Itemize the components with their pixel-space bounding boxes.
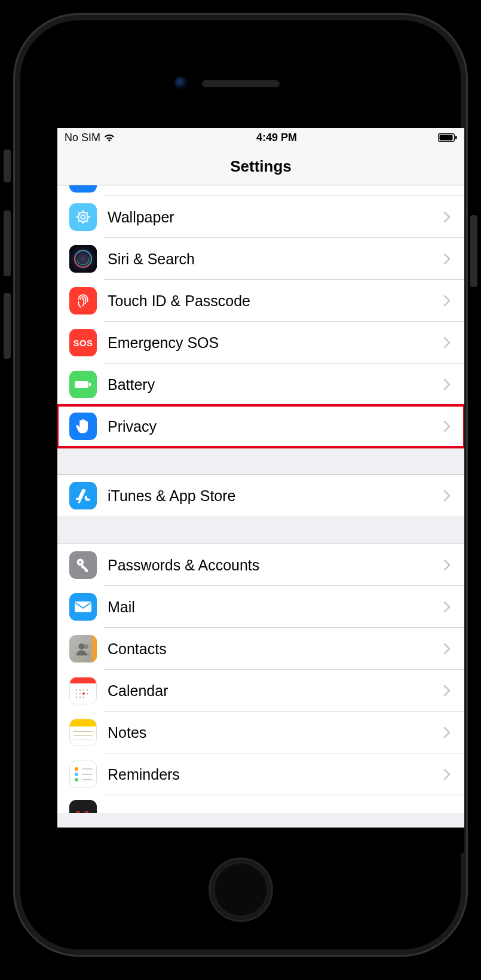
section-gap — [57, 517, 464, 544]
chevron-right-icon — [438, 490, 456, 502]
settings-row-siri[interactable]: Siri & Search — [57, 238, 464, 280]
svg-point-20 — [76, 693, 77, 694]
calendar-label: Calendar — [108, 682, 438, 700]
screen-bottom-mask — [57, 828, 464, 853]
siri-icon — [69, 245, 97, 273]
mute-switch — [4, 149, 11, 182]
settings-row-wallpaper[interactable]: Wallpaper — [57, 196, 464, 238]
clock-label: 4:49 PM — [256, 132, 297, 144]
volume-up-button — [4, 210, 11, 276]
settings-list[interactable]: Wallpaper Siri & Search Touc — [57, 185, 464, 853]
svg-rect-10 — [89, 383, 91, 386]
phone-bezel: No SIM 4:49 PM Settings — [20, 20, 461, 950]
carrier-label: No SIM — [65, 132, 100, 144]
chevron-right-icon — [438, 295, 456, 307]
settings-row-sos[interactable]: SOS Emergency SOS — [57, 322, 464, 364]
settings-row-notes[interactable]: Notes — [57, 712, 464, 753]
chevron-right-icon — [438, 253, 456, 265]
svg-point-12 — [79, 561, 81, 563]
voice-memos-icon — [69, 800, 97, 813]
settings-row-next[interactable] — [57, 795, 464, 813]
battery-row-icon — [69, 371, 97, 398]
screen: No SIM 4:49 PM Settings — [57, 128, 464, 853]
battery-icon — [438, 133, 457, 142]
svg-rect-2 — [455, 136, 457, 139]
chevron-right-icon — [438, 643, 456, 655]
appstore-icon — [69, 482, 97, 509]
settings-row-privacy[interactable]: Privacy — [57, 405, 464, 447]
chevron-right-icon — [438, 378, 456, 390]
volume-down-button — [4, 293, 11, 359]
notes-icon — [69, 719, 97, 746]
svg-rect-13 — [75, 602, 91, 612]
mail-label: Mail — [108, 599, 438, 616]
svg-point-21 — [79, 693, 81, 694]
chevron-right-icon — [438, 420, 456, 432]
reminders-label: Reminders — [108, 766, 438, 783]
svg-point-24 — [79, 697, 81, 698]
svg-point-18 — [83, 689, 84, 691]
svg-point-14 — [79, 643, 85, 649]
chevron-right-icon — [438, 559, 456, 571]
svg-point-19 — [87, 689, 88, 691]
wallpaper-label: Wallpaper — [108, 209, 438, 226]
calendar-icon — [69, 677, 97, 704]
battery-label: Battery — [108, 376, 438, 393]
fingerprint-icon — [69, 287, 97, 315]
settings-row-mail[interactable]: Mail — [57, 586, 464, 628]
sos-label: Emergency SOS — [108, 334, 438, 352]
mail-icon — [69, 593, 97, 621]
siri-label: Siri & Search — [108, 251, 438, 268]
svg-point-23 — [76, 697, 77, 698]
status-bar: No SIM 4:49 PM — [57, 128, 464, 147]
settings-row-display[interactable] — [57, 185, 464, 196]
svg-point-4 — [78, 212, 88, 222]
wifi-icon — [103, 133, 115, 142]
settings-row-contacts[interactable]: Contacts — [57, 628, 464, 670]
svg-point-3 — [81, 215, 85, 219]
notes-label: Notes — [108, 724, 438, 741]
passwords-label: Passwords & Accounts — [108, 557, 438, 574]
settings-row-appstore[interactable]: iTunes & App Store — [57, 475, 464, 517]
chevron-right-icon — [438, 337, 456, 349]
earpiece-speaker — [202, 80, 280, 87]
svg-point-26 — [82, 692, 85, 695]
svg-point-15 — [84, 645, 88, 649]
chevron-right-icon — [438, 685, 456, 697]
section-gap — [57, 447, 464, 475]
appstore-label: iTunes & App Store — [108, 487, 438, 505]
touchid-label: Touch ID & Passcode — [108, 292, 438, 310]
svg-point-16 — [76, 689, 77, 691]
svg-rect-9 — [75, 381, 88, 388]
key-icon — [69, 551, 97, 579]
hand-icon — [69, 413, 97, 440]
svg-point-25 — [83, 697, 84, 698]
chevron-right-icon — [438, 601, 456, 613]
chevron-right-icon — [438, 726, 456, 738]
settings-row-touchid[interactable]: Touch ID & Passcode — [57, 280, 464, 322]
svg-point-17 — [79, 689, 81, 691]
front-camera — [174, 77, 188, 90]
chevron-right-icon — [438, 768, 456, 780]
reminders-icon — [69, 761, 97, 788]
settings-row-calendar[interactable]: Calendar — [57, 670, 464, 712]
chevron-right-icon — [438, 211, 456, 223]
phone-frame: No SIM 4:49 PM Settings — [13, 13, 468, 957]
power-button — [470, 215, 477, 287]
privacy-label: Privacy — [108, 418, 438, 435]
contacts-icon — [69, 635, 97, 663]
home-button[interactable] — [209, 857, 273, 922]
settings-row-battery[interactable]: Battery — [57, 364, 464, 405]
svg-rect-1 — [439, 135, 452, 141]
display-icon — [69, 185, 97, 193]
contacts-label: Contacts — [108, 640, 438, 658]
wallpaper-icon — [69, 203, 97, 231]
nav-title: Settings — [57, 147, 464, 185]
settings-row-passwords[interactable]: Passwords & Accounts — [57, 544, 464, 586]
svg-rect-5 — [69, 245, 97, 273]
svg-point-22 — [87, 693, 88, 694]
settings-row-reminders[interactable]: Reminders — [57, 753, 464, 795]
sos-icon: SOS — [69, 329, 97, 356]
